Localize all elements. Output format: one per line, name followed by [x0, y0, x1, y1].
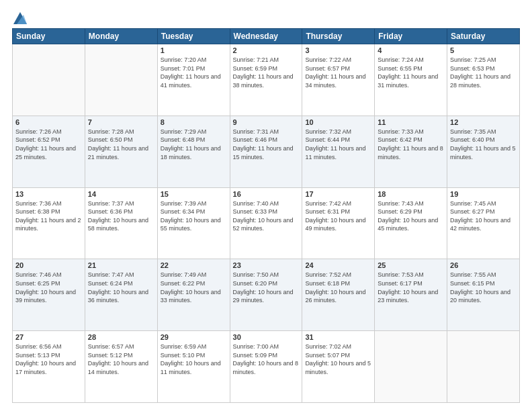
calendar-cell: 23Sunrise: 7:50 AM Sunset: 6:20 PM Dayli… [230, 259, 302, 331]
calendar-cell: 17Sunrise: 7:42 AM Sunset: 6:31 PM Dayli… [302, 187, 375, 259]
calendar-cell: 19Sunrise: 7:45 AM Sunset: 6:27 PM Dayli… [447, 187, 520, 259]
day-number: 21 [88, 261, 154, 269]
calendar-cell: 14Sunrise: 7:37 AM Sunset: 6:36 PM Dayli… [85, 187, 157, 259]
day-info: Sunrise: 7:52 AM Sunset: 6:18 PM Dayligh… [305, 271, 371, 304]
day-number: 13 [15, 190, 82, 198]
day-info: Sunrise: 6:56 AM Sunset: 5:13 PM Dayligh… [15, 342, 82, 376]
calendar-header-sunday: Sunday [13, 29, 85, 44]
day-info: Sunrise: 7:02 AM Sunset: 5:07 PM Dayligh… [305, 342, 371, 376]
calendar-cell: 5Sunrise: 7:25 AM Sunset: 6:53 PM Daylig… [447, 44, 520, 116]
day-info: Sunrise: 7:24 AM Sunset: 6:55 PM Dayligh… [378, 56, 444, 89]
calendar-cell: 22Sunrise: 7:49 AM Sunset: 6:22 PM Dayli… [157, 259, 230, 331]
header [12, 12, 520, 24]
day-info: Sunrise: 7:22 AM Sunset: 6:57 PM Dayligh… [305, 56, 371, 89]
day-number: 20 [15, 261, 82, 269]
day-info: Sunrise: 7:46 AM Sunset: 6:25 PM Dayligh… [15, 271, 82, 304]
day-number: 2 [233, 46, 300, 54]
day-number: 22 [161, 261, 227, 269]
day-info: Sunrise: 7:28 AM Sunset: 6:50 PM Dayligh… [88, 128, 154, 161]
calendar-cell: 2Sunrise: 7:21 AM Sunset: 6:59 PM Daylig… [230, 44, 302, 116]
day-info: Sunrise: 7:21 AM Sunset: 6:59 PM Dayligh… [233, 56, 300, 89]
day-number: 9 [233, 118, 300, 126]
page: SundayMondayTuesdayWednesdayThursdayFrid… [0, 0, 532, 411]
calendar-cell: 21Sunrise: 7:47 AM Sunset: 6:24 PM Dayli… [85, 259, 157, 331]
calendar-cell: 30Sunrise: 7:00 AM Sunset: 5:09 PM Dayli… [230, 331, 302, 403]
calendar-header-tuesday: Tuesday [157, 29, 230, 44]
day-info: Sunrise: 7:53 AM Sunset: 6:17 PM Dayligh… [378, 271, 444, 304]
calendar-header-saturday: Saturday [447, 29, 520, 44]
calendar-cell: 29Sunrise: 6:59 AM Sunset: 5:10 PM Dayli… [157, 331, 230, 403]
day-number: 27 [15, 333, 82, 341]
calendar-cell: 11Sunrise: 7:33 AM Sunset: 6:42 PM Dayli… [375, 116, 447, 187]
day-info: Sunrise: 7:20 AM Sunset: 7:01 PM Dayligh… [161, 56, 227, 89]
day-number: 1 [161, 46, 227, 54]
day-info: Sunrise: 7:29 AM Sunset: 6:48 PM Dayligh… [161, 128, 227, 161]
day-number: 11 [378, 118, 444, 126]
day-number: 31 [305, 333, 371, 341]
calendar-cell: 9Sunrise: 7:31 AM Sunset: 6:46 PM Daylig… [230, 116, 302, 187]
day-info: Sunrise: 7:43 AM Sunset: 6:29 PM Dayligh… [378, 199, 444, 233]
calendar-cell: 4Sunrise: 7:24 AM Sunset: 6:55 PM Daylig… [375, 44, 447, 116]
calendar-cell: 18Sunrise: 7:43 AM Sunset: 6:29 PM Dayli… [375, 187, 447, 259]
calendar-row-1: 1Sunrise: 7:20 AM Sunset: 7:01 PM Daylig… [13, 44, 520, 116]
calendar-cell: 16Sunrise: 7:40 AM Sunset: 6:33 PM Dayli… [230, 187, 302, 259]
calendar-cell: 12Sunrise: 7:35 AM Sunset: 6:40 PM Dayli… [447, 116, 520, 187]
day-info: Sunrise: 7:50 AM Sunset: 6:20 PM Dayligh… [233, 271, 300, 304]
day-number: 4 [378, 46, 444, 54]
day-info: Sunrise: 7:33 AM Sunset: 6:42 PM Dayligh… [378, 128, 444, 161]
calendar-cell: 25Sunrise: 7:53 AM Sunset: 6:17 PM Dayli… [375, 259, 447, 331]
day-number: 3 [305, 46, 371, 54]
calendar-cell: 26Sunrise: 7:55 AM Sunset: 6:15 PM Dayli… [447, 259, 520, 331]
day-number: 17 [305, 190, 371, 198]
day-number: 18 [378, 190, 444, 198]
day-number: 24 [305, 261, 371, 269]
day-info: Sunrise: 7:37 AM Sunset: 6:36 PM Dayligh… [88, 199, 154, 233]
day-number: 12 [450, 118, 517, 126]
day-info: Sunrise: 7:40 AM Sunset: 6:33 PM Dayligh… [233, 199, 300, 233]
day-number: 6 [15, 118, 82, 126]
calendar-cell [13, 44, 85, 116]
calendar-header-monday: Monday [85, 29, 157, 44]
calendar-cell: 7Sunrise: 7:28 AM Sunset: 6:50 PM Daylig… [85, 116, 157, 187]
day-number: 28 [88, 333, 154, 341]
calendar-cell: 31Sunrise: 7:02 AM Sunset: 5:07 PM Dayli… [302, 331, 375, 403]
calendar-header-row: SundayMondayTuesdayWednesdayThursdayFrid… [13, 29, 520, 44]
calendar-cell: 20Sunrise: 7:46 AM Sunset: 6:25 PM Dayli… [13, 259, 85, 331]
day-info: Sunrise: 6:57 AM Sunset: 5:12 PM Dayligh… [88, 342, 154, 376]
day-number: 25 [378, 261, 444, 269]
calendar-cell: 28Sunrise: 6:57 AM Sunset: 5:12 PM Dayli… [85, 331, 157, 403]
day-info: Sunrise: 7:42 AM Sunset: 6:31 PM Dayligh… [305, 199, 371, 233]
day-number: 5 [450, 46, 517, 54]
calendar-cell: 24Sunrise: 7:52 AM Sunset: 6:18 PM Dayli… [302, 259, 375, 331]
day-number: 15 [161, 190, 227, 198]
day-info: Sunrise: 7:47 AM Sunset: 6:24 PM Dayligh… [88, 271, 154, 304]
logo-icon [13, 12, 27, 24]
calendar-header-wednesday: Wednesday [230, 29, 302, 44]
day-info: Sunrise: 6:59 AM Sunset: 5:10 PM Dayligh… [161, 342, 227, 376]
calendar-row-2: 6Sunrise: 7:26 AM Sunset: 6:52 PM Daylig… [13, 116, 520, 187]
day-info: Sunrise: 7:31 AM Sunset: 6:46 PM Dayligh… [233, 128, 300, 161]
calendar-cell: 27Sunrise: 6:56 AM Sunset: 5:13 PM Dayli… [13, 331, 85, 403]
day-number: 23 [233, 261, 300, 269]
calendar-row-3: 13Sunrise: 7:36 AM Sunset: 6:38 PM Dayli… [13, 187, 520, 259]
calendar-row-5: 27Sunrise: 6:56 AM Sunset: 5:13 PM Dayli… [13, 331, 520, 403]
day-info: Sunrise: 7:36 AM Sunset: 6:38 PM Dayligh… [15, 199, 82, 233]
calendar-cell: 3Sunrise: 7:22 AM Sunset: 6:57 PM Daylig… [302, 44, 375, 116]
day-number: 29 [161, 333, 227, 341]
day-info: Sunrise: 7:49 AM Sunset: 6:22 PM Dayligh… [161, 271, 227, 304]
logo [12, 12, 27, 24]
calendar-cell [375, 331, 447, 403]
day-info: Sunrise: 7:39 AM Sunset: 6:34 PM Dayligh… [161, 199, 227, 233]
calendar-cell: 10Sunrise: 7:32 AM Sunset: 6:44 PM Dayli… [302, 116, 375, 187]
day-info: Sunrise: 7:45 AM Sunset: 6:27 PM Dayligh… [450, 199, 517, 233]
calendar-cell: 8Sunrise: 7:29 AM Sunset: 6:48 PM Daylig… [157, 116, 230, 187]
day-info: Sunrise: 7:35 AM Sunset: 6:40 PM Dayligh… [450, 128, 517, 161]
calendar-cell: 1Sunrise: 7:20 AM Sunset: 7:01 PM Daylig… [157, 44, 230, 116]
calendar-cell [85, 44, 157, 116]
day-number: 19 [450, 190, 517, 198]
calendar-cell: 13Sunrise: 7:36 AM Sunset: 6:38 PM Dayli… [13, 187, 85, 259]
day-number: 7 [88, 118, 154, 126]
day-info: Sunrise: 7:00 AM Sunset: 5:09 PM Dayligh… [233, 342, 300, 376]
day-number: 8 [161, 118, 227, 126]
day-info: Sunrise: 7:26 AM Sunset: 6:52 PM Dayligh… [15, 128, 82, 161]
